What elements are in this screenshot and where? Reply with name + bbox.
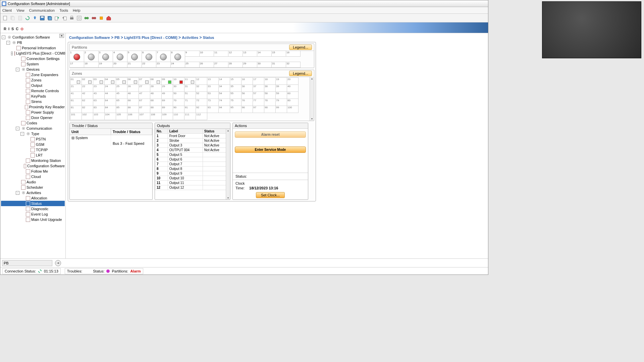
zone-cell-109[interactable]: 109 (161, 113, 173, 120)
zone-cell-59[interactable]: 59 (275, 92, 287, 99)
zone-cell-61[interactable]: 61 (70, 99, 82, 106)
zone-cell-86[interactable]: 86 (127, 106, 139, 113)
zone-cell-85[interactable]: 85 (116, 106, 127, 113)
tree-node-type[interactable]: -Type (1, 131, 65, 136)
zone-cell-80[interactable]: 80 (287, 99, 299, 106)
tree-node-sirens[interactable]: Sirens (1, 99, 65, 104)
partition-cell-6[interactable]: 6 (142, 51, 156, 62)
partition-cell-20[interactable]: 20 (113, 62, 127, 68)
zone-cell-83[interactable]: 83 (93, 106, 105, 113)
zone-cell-38[interactable]: 38 (264, 84, 276, 92)
zone-cell-31[interactable]: 31 (184, 84, 196, 92)
tool-copy-icon[interactable] (10, 15, 16, 21)
collapse-icon[interactable]: - (16, 68, 19, 71)
tree-node-cloud[interactable]: Cloud (1, 174, 65, 179)
zone-cell-60[interactable]: 60 (287, 92, 299, 99)
zone-cell-13[interactable]: 13 (207, 77, 219, 85)
tree-node-monitoring-station[interactable]: Monitoring Station (1, 158, 65, 163)
output-row[interactable]: 3Output 3Not Active (155, 143, 230, 148)
partition-cell-22[interactable]: 22 (142, 62, 156, 68)
zone-cell-43[interactable]: 43 (93, 92, 105, 99)
zone-cell-52[interactable]: 52 (196, 92, 207, 99)
panel-selector[interactable]: PB (2, 260, 52, 266)
zone-cell-89[interactable]: 89 (161, 106, 173, 113)
zone-cell-3[interactable]: 03 (93, 77, 105, 85)
tool-disconnect-icon[interactable] (91, 15, 97, 21)
zone-cell-62[interactable]: 62 (82, 99, 93, 106)
zone-cell-47[interactable]: 47 (139, 92, 150, 99)
tree-node-event-log[interactable]: Event Log (1, 212, 65, 217)
zone-cell-107[interactable]: 107 (139, 113, 150, 120)
partition-cell-8[interactable]: 8 (170, 51, 185, 62)
zone-cell-35[interactable]: 35 (230, 84, 241, 92)
outputs-scrollbar[interactable]: ▴ ▾ (226, 129, 230, 199)
zone-cell-82[interactable]: 82 (82, 106, 93, 113)
menu-view[interactable]: View (16, 8, 24, 12)
zone-cell-21[interactable]: 21 (70, 84, 82, 92)
zones-scrollbar[interactable]: ▴ ▾ (310, 77, 314, 121)
zone-cell-15[interactable]: 15 (230, 77, 241, 85)
tree-node-personal-information[interactable]: Personal Information (1, 45, 65, 51)
zone-cell-24[interactable]: 24 (104, 84, 116, 92)
output-row[interactable]: 4OUTPUT 004Not Active (155, 148, 230, 153)
zone-cell-2[interactable]: 02 (82, 77, 93, 85)
zone-cell-28[interactable]: 28 (150, 84, 162, 92)
tree-node-zones[interactable]: Zones (1, 77, 65, 83)
zones-legend-button[interactable]: Legend... (289, 71, 312, 76)
partition-cell-2[interactable]: 2 (84, 51, 99, 62)
go-button[interactable]: ➔ (55, 260, 61, 266)
zone-cell-45[interactable]: 45 (116, 92, 127, 99)
zone-cell-27[interactable]: 27 (139, 84, 150, 92)
partition-cell-25[interactable]: 25 (185, 62, 200, 68)
partition-cell-11[interactable]: 11 (214, 51, 228, 57)
partition-cell-28[interactable]: 28 (228, 62, 243, 68)
tree-node-output[interactable]: Output (1, 83, 65, 88)
zone-cell-6[interactable]: 06 (127, 77, 139, 85)
tool-paste-icon[interactable] (17, 15, 23, 21)
zone-cell-108[interactable]: 108 (150, 113, 162, 120)
partition-cell-24[interactable]: 24 (170, 62, 185, 68)
tree-node-allocation[interactable]: Allocation (1, 195, 65, 201)
tool-refresh-icon[interactable] (24, 15, 31, 21)
partition-cell-21[interactable]: 21 (127, 62, 142, 68)
zone-cell-42[interactable]: 42 (82, 92, 93, 99)
zone-cell-58[interactable]: 58 (264, 92, 276, 99)
zone-cell-56[interactable]: 56 (241, 92, 253, 99)
outputs-col-label[interactable]: Label (168, 129, 203, 134)
tree-node-power-supply[interactable]: Power Supply (1, 110, 65, 115)
partition-cell-3[interactable]: 3 (98, 51, 113, 62)
partition-cell-27[interactable]: 27 (214, 62, 228, 68)
tree-node-proximity-key-reader[interactable]: Proximity Key Reader (1, 104, 65, 110)
tree-node-system[interactable]: System (1, 61, 65, 67)
tool-connect-icon[interactable] (84, 15, 90, 21)
tree-node-pstn[interactable]: PSTN (1, 136, 65, 142)
zone-cell-17[interactable]: 17 (253, 77, 264, 85)
zone-cell-33[interactable]: 33 (207, 84, 219, 92)
partition-cell-16[interactable]: 16 (286, 51, 301, 57)
output-row[interactable]: 5Output 5 (155, 153, 230, 157)
menu-tools[interactable]: Tools (59, 8, 68, 12)
tree-node-tcp-ip[interactable]: TCP/IP (1, 147, 65, 153)
zone-cell-101[interactable]: 101 (70, 113, 82, 120)
zone-cell-37[interactable]: 37 (253, 84, 264, 92)
tool-preview-icon[interactable] (76, 15, 82, 21)
tree-node-scheduler[interactable]: Scheduler (1, 185, 65, 190)
output-row[interactable]: 8Output 8 (155, 167, 230, 171)
zone-cell-103[interactable]: 103 (93, 113, 105, 120)
zone-cell-54[interactable]: 54 (218, 92, 230, 99)
tree-node-status[interactable]: Status (1, 201, 65, 206)
partition-cell-30[interactable]: 30 (257, 62, 272, 68)
zone-cell-98[interactable]: 98 (264, 106, 276, 113)
zone-cell-110[interactable]: 110 (173, 113, 184, 120)
zone-cell-96[interactable]: 96 (241, 106, 253, 113)
zone-cell-112[interactable]: 112 (196, 113, 207, 120)
partition-cell-13[interactable]: 13 (243, 51, 257, 57)
zone-cell-22[interactable]: 22 (82, 84, 93, 92)
zone-cell-25[interactable]: 25 (116, 84, 127, 92)
output-row[interactable]: 12Output 12 (155, 185, 230, 190)
menu-help[interactable]: Help (73, 8, 80, 12)
zone-cell-66[interactable]: 66 (127, 99, 139, 106)
tool-import-icon[interactable] (61, 15, 67, 21)
collapse-icon[interactable]: - (20, 132, 24, 136)
zone-cell-49[interactable]: 49 (161, 92, 173, 99)
